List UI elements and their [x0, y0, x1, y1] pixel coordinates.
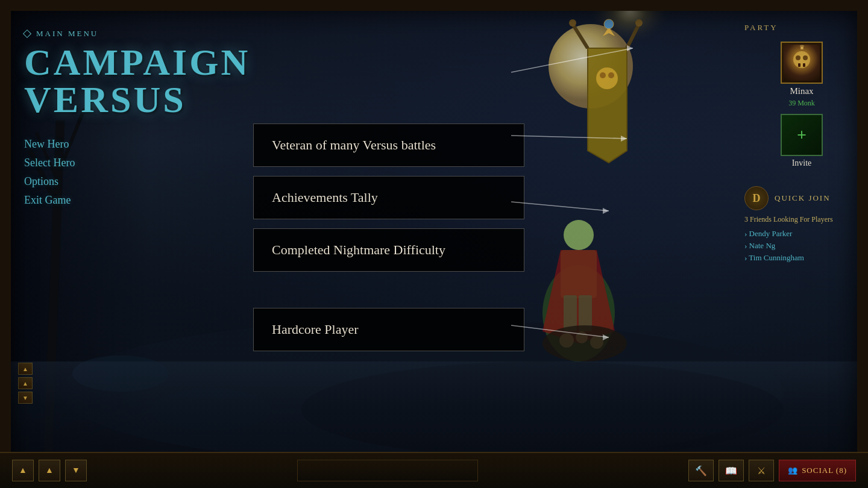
left-sidebar: Main Menu Campaign Versus New Hero Selec…: [0, 11, 235, 452]
bottom-center: [297, 460, 478, 481]
nav-menu: New Hero Select Hero Options Exit Game: [24, 136, 217, 208]
tool-helm-btn[interactable]: ⚔: [749, 460, 774, 481]
tool-hammer-btn[interactable]: 🔨: [688, 460, 714, 481]
scroll-down[interactable]: ▼: [18, 392, 33, 404]
nav-item-select-hero[interactable]: Select Hero: [24, 155, 217, 171]
scroll-up[interactable]: ▲: [18, 363, 33, 375]
main-menu-label: Main Menu: [24, 29, 217, 39]
quick-join-section: D Quick Join 3 Friends Looking For Playe…: [744, 186, 859, 264]
achievement-tally[interactable]: Achievements Tally: [253, 176, 524, 219]
party-member-minax: ♛ Minax 39 Monk: [744, 42, 859, 108]
tool-book-btn[interactable]: 📖: [719, 460, 744, 481]
quick-join-title: Quick Join: [775, 193, 831, 203]
bottom-bar: ▲ ▲ ▼ 🔨 📖 ⚔ 👥 Social (8): [0, 452, 868, 488]
gap-spacer: [253, 281, 524, 299]
party-portrait: ♛: [781, 42, 823, 84]
bottom-up-btn[interactable]: ▲: [12, 460, 34, 481]
friends-count: 3 Friends Looking For Players: [744, 215, 859, 224]
diablo-icon: D: [744, 186, 769, 210]
svg-rect-47: [803, 63, 805, 67]
invite-label: Invite: [792, 158, 812, 168]
bottom-right-controls: 🔨 📖 ⚔ 👥 Social (8): [688, 460, 856, 481]
bottom-mid-btn[interactable]: ▲: [39, 460, 60, 481]
quick-join-header: D Quick Join: [744, 186, 859, 210]
invite-button[interactable]: +: [781, 114, 823, 156]
friend-item-2[interactable]: Tim Cunningham: [744, 252, 859, 264]
nav-item-new-hero[interactable]: New Hero: [24, 136, 217, 152]
bottom-down-btn[interactable]: ▼: [65, 460, 87, 481]
friend-item-0[interactable]: Dendy Parker: [744, 228, 859, 240]
social-button[interactable]: 👥 Social (8): [779, 460, 856, 481]
scroll-arrows: ▲ ▲ ▼: [18, 363, 33, 404]
nav-item-options[interactable]: Options: [24, 174, 217, 190]
crown-icon: ♛: [799, 44, 805, 51]
nav-item-exit-game[interactable]: Exit Game: [24, 192, 217, 208]
achievement-versus-battles[interactable]: Veteran of many Versus battles: [253, 124, 524, 167]
party-member-name: Minax: [790, 86, 813, 96]
right-panel: Party ♛ Minax 39 M: [735, 11, 868, 452]
social-icon: 👥: [788, 466, 798, 475]
bottom-left-controls: ▲ ▲ ▼: [12, 460, 87, 481]
invite-section: + Invite: [781, 114, 823, 168]
svg-point-44: [803, 55, 808, 60]
center-achievement-area: Veteran of many Versus battles Achieveme…: [235, 11, 542, 452]
party-label: Party: [744, 23, 778, 33]
main-content: Main Menu Campaign Versus New Hero Selec…: [0, 11, 868, 452]
svg-rect-46: [798, 63, 800, 67]
party-member-class: 39 Monk: [788, 99, 815, 108]
bottom-center-section: [297, 460, 478, 481]
achievement-hardcore[interactable]: Hardcore Player: [253, 308, 524, 351]
character-spacer: [542, 11, 735, 452]
friend-item-1[interactable]: Nate Ng: [744, 240, 859, 252]
scroll-mid[interactable]: ▲: [18, 377, 33, 389]
game-title: Campaign Versus: [24, 43, 217, 118]
social-label: Social (8): [802, 466, 847, 475]
achievement-nightmare[interactable]: Completed Nightmare Difficulty: [253, 228, 524, 272]
svg-point-43: [796, 55, 800, 60]
